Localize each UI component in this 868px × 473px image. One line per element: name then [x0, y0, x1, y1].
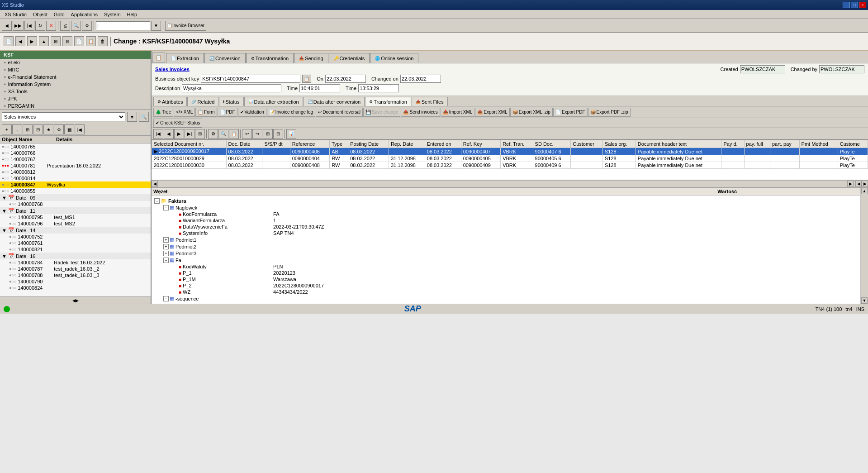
table-row[interactable]: 2022C1280010000029 08.03.2022 0090000404… — [152, 155, 868, 162]
menu-system[interactable]: System — [101, 11, 123, 18]
xml-node-sequence[interactable]: − ▦ -sequence — [162, 295, 859, 302]
nav-expand-btn[interactable]: ⊞ — [195, 129, 205, 139]
export-xml-zip-btn[interactable]: 📦 Export XML .zip — [510, 108, 553, 117]
subtab-status[interactable]: ℹ Status — [219, 97, 243, 106]
first-button[interactable]: |◀ — [24, 21, 34, 31]
nav-pergamin[interactable]: ● PERGAMIN — [0, 102, 151, 110]
nav-up[interactable]: ▲ — [39, 36, 49, 46]
list-item[interactable]: ●○○ 140000788 test_radek_16.03._3 — [0, 272, 151, 278]
tab-conversion[interactable]: 🔄 Conversion — [204, 53, 246, 63]
xml-node-wz[interactable]: ■ WZ 44343434/2022 — [171, 289, 859, 295]
list-item[interactable]: ●○○ 140000784 Radek Test 16.03.2022 — [0, 259, 151, 266]
list-item[interactable]: ●○○ 140000787 test_radek_16.03._2 — [0, 266, 151, 272]
back-button[interactable]: ◀ — [2, 21, 12, 31]
list-item[interactable]: ●○○ 140000765 — [0, 143, 151, 150]
expand-podmiot3[interactable]: + — [163, 251, 169, 256]
filter2-btn[interactable]: ⚙ — [54, 124, 64, 134]
delete-btn[interactable]: 🗑 — [98, 36, 108, 46]
tab-extraction[interactable]: 📄 Extraction — [166, 53, 204, 63]
list-item[interactable]: ●○○ 140000761 — [0, 240, 151, 246]
xml-node-p1[interactable]: ■ P_1 20220123 — [171, 270, 859, 276]
xml-node-podmiot1[interactable]: + ▦ Podmiot1 — [162, 236, 859, 243]
nav-last-btn[interactable]: ▶| — [185, 129, 194, 139]
filter-btn[interactable]: ▼ — [127, 112, 137, 122]
expand-podmiot1[interactable]: + — [163, 237, 169, 243]
nav-next[interactable]: ▶ — [27, 36, 37, 46]
invoice-change-log-btn[interactable]: 📝 Invoice change log — [267, 108, 315, 117]
xml-node-datawytworzenia[interactable]: ■ DataWytworzenieFa 2022-03-21T09:30:47Z — [171, 224, 859, 230]
command-input[interactable] — [96, 21, 150, 30]
changed-by-input[interactable] — [819, 65, 864, 73]
nav-collapse[interactable]: ⊟ — [62, 36, 72, 46]
hsplit-left[interactable]: ◀ — [152, 181, 158, 187]
subtab-data-conversion[interactable]: 🔄 Data after conversion — [304, 97, 365, 106]
nav-jpk[interactable]: ● JPK — [0, 95, 151, 102]
close-button[interactable]: × — [859, 2, 866, 8]
menu-object[interactable]: Object — [30, 11, 50, 18]
subtab-data-extraction[interactable]: 📊 Data after extraction — [244, 97, 303, 106]
table-row[interactable]: ▶ 2022C1280000900017 08.03.2022 00900004… — [152, 148, 868, 155]
created-input[interactable] — [740, 65, 785, 73]
minimize-button[interactable]: _ — [843, 2, 850, 8]
find-button[interactable]: 🔍 — [71, 21, 81, 31]
vsplit-up[interactable]: ◀ — [855, 181, 862, 187]
tab-credentials[interactable]: 🔑 Credentials — [329, 53, 370, 63]
export-pdf-btn[interactable]: 📄 Export PDF — [553, 108, 588, 117]
stop-button[interactable]: ✕ — [46, 21, 56, 31]
expand-fa[interactable]: − — [163, 258, 169, 263]
nav-efinancial[interactable]: ● e-Financial Statement — [0, 73, 151, 81]
xml-node-systeminfo[interactable]: ■ SystemInfo SAP TN4 — [171, 230, 859, 236]
send-invoices-btn[interactable]: 📤 Send invoices — [401, 108, 440, 117]
settings-button[interactable]: ⚙ — [82, 21, 92, 31]
form-btn[interactable]: 📋 Form — [195, 108, 217, 117]
tab-online-session[interactable]: 🌐 Online session — [370, 53, 418, 63]
nav-mrc[interactable]: ● MRC — [0, 66, 151, 73]
save-change-btn[interactable]: 💾 Save change — [363, 108, 400, 117]
sales-invoices-link[interactable]: Sales invoices — [155, 67, 190, 72]
hsplit-track[interactable] — [158, 181, 847, 187]
validation-btn[interactable]: ✔ Validation — [238, 108, 266, 117]
list-item[interactable]: ●○○ 140000752 — [0, 234, 151, 240]
nav-action8[interactable]: 📊 — [286, 129, 296, 139]
add-btn[interactable]: + — [2, 124, 12, 134]
maximize-button[interactable]: □ — [851, 2, 858, 8]
scroll-track[interactable] — [861, 194, 868, 297]
list-item[interactable]: ●○○ 140000768 — [0, 201, 151, 207]
on-input[interactable] — [325, 75, 366, 83]
pdf-btn[interactable]: 📄 PDF — [218, 108, 237, 117]
table-row[interactable]: 2022C1280010000030 08.03.2022 0090000408… — [152, 162, 868, 169]
list-item[interactable]: ●○○ 140000795 test_MS1 — [0, 214, 151, 220]
xml-node-p1m[interactable]: ■ P_1M Warszawa — [171, 276, 859, 282]
list-item[interactable]: ●○○ 140000767 — [0, 156, 151, 162]
vsplit-down[interactable]: ▶ — [862, 181, 868, 187]
nav-ksf[interactable]: KSF — [0, 51, 151, 59]
tree-btn[interactable]: 🌲 Tree — [153, 108, 173, 117]
xml-node-p2[interactable]: ■ P_2 2022C1280000900017 — [171, 282, 859, 289]
bookmark-btn[interactable]: ★ — [43, 124, 53, 134]
expand-all-btn[interactable]: ⊞ — [23, 124, 33, 134]
xml-node-podmiot2[interactable]: + ▦ Podmiot2 — [162, 243, 859, 250]
menu-help[interactable]: Help — [124, 11, 140, 18]
scroll-down[interactable]: ▼ — [861, 297, 868, 304]
invoice-browser-button[interactable]: 📋 Invoice Browser — [165, 21, 206, 31]
date-group[interactable]: ▼ 📅 Date 09 — [0, 194, 151, 201]
list-item[interactable]: ●○○ 140000766 — [0, 150, 151, 156]
list-item[interactable]: ●○○ 140000855 — [0, 188, 151, 194]
xml-node-naglowek[interactable]: − ▦ Naglowek — [162, 204, 859, 211]
xml-btn[interactable]: </> XML — [174, 108, 195, 117]
print-button[interactable]: 🖨 — [60, 21, 70, 31]
menu-xsstudio[interactable]: XS Studio — [2, 11, 29, 18]
scroll-up[interactable]: ▲ — [861, 188, 868, 194]
nav-expand[interactable]: ⊞ — [51, 36, 61, 46]
xml-node-kodformularza[interactable]: ■ KodFormularza FA — [171, 211, 859, 217]
check-ksef-btn[interactable]: ✔ Check KSEF Status — [153, 119, 202, 128]
list-item[interactable]: ●○○ 140000824 — [0, 285, 151, 291]
execute-button[interactable]: ▼ — [151, 21, 161, 31]
nav-next-btn[interactable]: ▶ — [174, 129, 184, 139]
nav-action3[interactable]: 📋 — [229, 129, 239, 139]
date-group[interactable]: ▼ 📅 Date 16 — [0, 253, 151, 259]
doc-reversal-btn[interactable]: ↩ Document reversal — [316, 108, 363, 117]
nav-action1[interactable]: ⚙ — [208, 129, 218, 139]
expand-naglowek[interactable]: − — [163, 205, 169, 210]
time2-input[interactable] — [358, 84, 399, 92]
